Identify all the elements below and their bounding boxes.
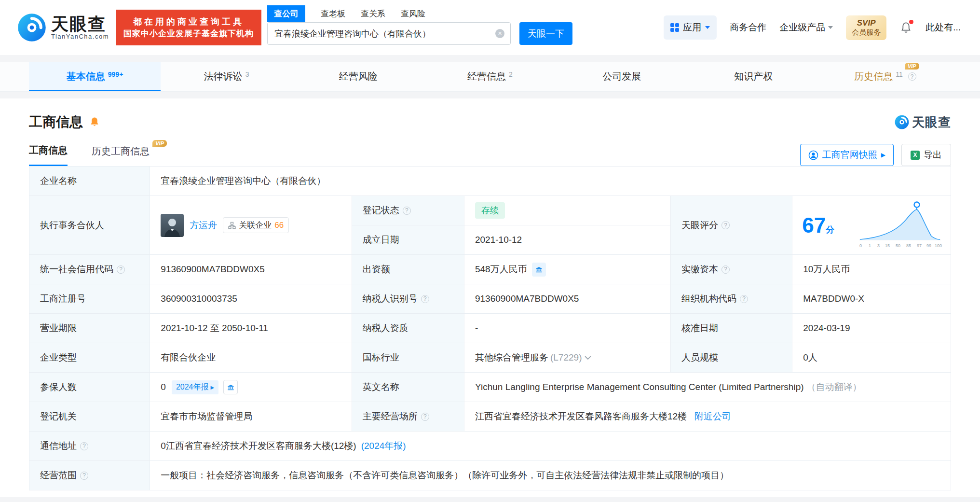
partner-avatar[interactable] bbox=[161, 214, 184, 237]
search-button[interactable]: 天眼一下 bbox=[519, 22, 572, 45]
business-info-table: 企业名称 宜春浪绫企业管理咨询中心（有限合伙） 执行事务合伙人 方运舟 关联企业… bbox=[29, 166, 951, 490]
org-code-value: MA7BDDW0-X bbox=[792, 284, 951, 314]
help-icon[interactable]: ? bbox=[403, 207, 411, 215]
paid-capital-value: 10万人民币 bbox=[792, 255, 951, 284]
related-label: 关联企业 bbox=[239, 220, 272, 231]
username[interactable]: 此处有... bbox=[926, 21, 961, 34]
managing-partner-label: 执行事务合伙人 bbox=[29, 196, 150, 255]
official-snapshot-button[interactable]: 工商官网快照 ▶ bbox=[800, 144, 894, 166]
subtab-business-info[interactable]: 工商信息 bbox=[29, 144, 68, 166]
page: 天眼查 TianYanCha.com 都在用的商业查询工具 国家中小企业发展子基… bbox=[0, 0, 980, 502]
search-tab-relation[interactable]: 查关系 bbox=[361, 8, 385, 22]
promo-line-2: 国家中小企业发展子基金旗下机构 bbox=[123, 28, 254, 40]
registration-status-value: 存续 bbox=[464, 196, 671, 225]
enterprise-products-menu[interactable]: 企业级产品 bbox=[779, 21, 833, 34]
nav-tab-label: 基本信息 bbox=[67, 70, 105, 83]
mailing-address-label: 通信地址 ? bbox=[29, 432, 150, 461]
credit-code-value: 91360900MA7BDDW0X5 bbox=[150, 255, 352, 284]
registration-number-value: 360900310003735 bbox=[150, 284, 352, 314]
svg-text:1: 1 bbox=[869, 243, 871, 248]
search-tab-risk[interactable]: 查风险 bbox=[401, 8, 425, 22]
nav-tab-operation-risk[interactable]: 经营风险 bbox=[292, 62, 424, 91]
snapshot-label: 工商官网快照 bbox=[822, 149, 877, 161]
arrow-right-icon: ▶ bbox=[881, 152, 885, 158]
subscribe-bell-icon[interactable] bbox=[89, 116, 100, 128]
divider-strip bbox=[0, 55, 980, 62]
svg-text:0: 0 bbox=[859, 243, 862, 248]
nav-tab-company-development[interactable]: 公司发展 bbox=[556, 62, 688, 91]
section-title: 工商信息 bbox=[29, 113, 83, 131]
nav-tab-label: 历史信息 bbox=[854, 70, 893, 83]
nav-tab-label: 经营信息 bbox=[467, 70, 506, 83]
clear-icon[interactable]: × bbox=[495, 29, 504, 38]
export-button[interactable]: X 导出 bbox=[901, 144, 951, 166]
excel-icon: X bbox=[911, 151, 920, 160]
approval-date-value: 2024-03-19 bbox=[792, 314, 951, 343]
tianyancha-logo[interactable]: 天眼查 TianYanCha.com bbox=[17, 13, 109, 42]
promo-badge: 都在用的商业查询工具 国家中小企业发展子基金旗下机构 bbox=[116, 10, 261, 46]
search-tab-boss[interactable]: 查老板 bbox=[321, 8, 345, 22]
help-icon[interactable]: ? bbox=[721, 265, 730, 274]
nav-tab-count: 2 bbox=[509, 70, 513, 78]
help-icon[interactable]: ? bbox=[908, 72, 916, 81]
nav-tab-operation-info[interactable]: 经营信息2 bbox=[424, 62, 556, 91]
top-header: 天眼查 TianYanCha.com 都在用的商业查询工具 国家中小企业发展子基… bbox=[0, 0, 980, 55]
svg-text:50: 50 bbox=[896, 243, 900, 248]
search-tabs: 查公司 查老板 查关系 查风险 bbox=[267, 6, 572, 22]
premises-label: 主要经营场所 ? bbox=[352, 402, 464, 432]
nav-tab-intellectual-property[interactable]: 知识产权 bbox=[688, 62, 819, 91]
company-name-label: 企业名称 bbox=[29, 167, 150, 196]
nav-tab-basic-info[interactable]: 基本信息999+ bbox=[29, 62, 161, 91]
annual-report-tag[interactable]: 2024年报 ▶ bbox=[172, 380, 218, 394]
apps-button[interactable]: 应用 bbox=[664, 15, 717, 40]
partner-name-link[interactable]: 方运舟 bbox=[190, 219, 217, 232]
apps-grid-icon bbox=[670, 23, 679, 32]
paid-capital-label: 实缴资本 ? bbox=[671, 255, 792, 284]
notification-bell-icon[interactable] bbox=[899, 21, 912, 34]
taxpayer-quality-label: 纳税人资质 bbox=[352, 314, 464, 343]
help-icon[interactable]: ? bbox=[421, 413, 429, 421]
export-label: 导出 bbox=[924, 149, 942, 161]
nav-tab-history-info[interactable]: VIP 历史信息 11 ? bbox=[819, 62, 951, 91]
search-input[interactable] bbox=[267, 22, 511, 45]
business-cooperation-link[interactable]: 商务合作 bbox=[730, 21, 766, 34]
status-badge: 存续 bbox=[475, 202, 505, 219]
help-icon[interactable]: ? bbox=[721, 221, 730, 229]
industry-value: 其他综合管理服务 (L7229) bbox=[464, 343, 671, 373]
nav-tab-label: 公司发展 bbox=[602, 70, 641, 83]
chevron-down-icon[interactable] bbox=[585, 355, 591, 360]
help-icon[interactable]: ? bbox=[117, 265, 125, 274]
subtab-history-business-info[interactable]: 历史工商信息 VIP bbox=[92, 145, 150, 166]
annual-report-link[interactable]: (2024年报) bbox=[361, 440, 406, 452]
nav-tab-count: 3 bbox=[245, 70, 249, 78]
watermark-logo: 天眼查 bbox=[895, 114, 951, 131]
help-icon[interactable]: ? bbox=[740, 295, 748, 303]
credit-code-label: 统一社会信用代码 ? bbox=[29, 255, 150, 284]
help-icon[interactable]: ? bbox=[421, 295, 429, 303]
tianyan-score-cell[interactable]: 67分 0 1 3 15 50 85 97 99 100 bbox=[792, 196, 951, 255]
search-area: 查公司 查老板 查关系 查风险 × 天眼一下 bbox=[267, 0, 572, 45]
nav-tab-label: 经营风险 bbox=[339, 70, 378, 83]
capital-change-icon-button[interactable] bbox=[532, 263, 546, 277]
search-tab-company[interactable]: 查公司 bbox=[267, 5, 305, 22]
promo-line-1: 都在用的商业查询工具 bbox=[123, 15, 254, 28]
svip-member-badge[interactable]: SVIP 会员服务 bbox=[846, 15, 886, 40]
business-term-value: 2021-10-12 至 2050-10-11 bbox=[150, 314, 352, 343]
registration-status-label: 登记状态 ? bbox=[352, 196, 464, 225]
nearby-companies-link[interactable]: 附近公司 bbox=[694, 410, 731, 423]
svg-text:99: 99 bbox=[926, 243, 931, 248]
establish-date-label: 成立日期 bbox=[352, 225, 464, 255]
svip-label: SVIP bbox=[852, 18, 881, 28]
related-companies-tag[interactable]: 关联企业 66 bbox=[223, 217, 289, 233]
tianyancha-logo-icon bbox=[17, 13, 46, 42]
help-icon[interactable]: ? bbox=[80, 442, 88, 450]
help-icon[interactable]: ? bbox=[80, 472, 88, 480]
brand-domain: TianYanCha.com bbox=[51, 33, 109, 40]
logo-text: 天眼查 TianYanCha.com bbox=[51, 15, 109, 41]
insured-history-icon-button[interactable] bbox=[223, 380, 238, 394]
nav-tab-legal[interactable]: 法律诉讼3 bbox=[161, 62, 292, 91]
english-name-value: Yichun Langling Enterprise Management Co… bbox=[464, 373, 951, 402]
company-type-value: 有限合伙企业 bbox=[150, 343, 352, 373]
svg-text:97: 97 bbox=[917, 243, 922, 248]
bank-icon bbox=[535, 266, 543, 273]
